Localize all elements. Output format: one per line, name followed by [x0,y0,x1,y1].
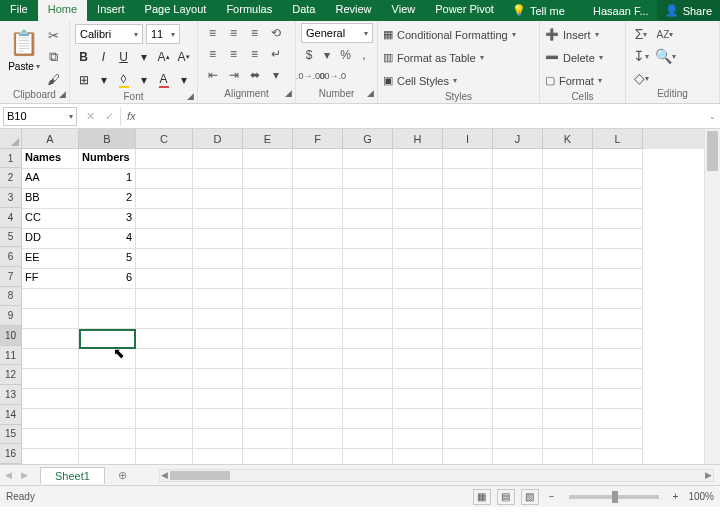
cell[interactable] [193,449,243,464]
cell[interactable] [593,269,643,289]
cell[interactable] [193,169,243,189]
cell[interactable] [493,169,543,189]
column-header[interactable]: A [22,129,79,149]
cell[interactable] [593,229,643,249]
cell[interactable] [443,409,493,429]
font-name-dropdown[interactable]: Calibri▾ [75,24,143,44]
cell[interactable] [343,249,393,269]
prev-sheet-button[interactable]: ◀ [0,470,16,480]
cell[interactable] [393,349,443,369]
row-header[interactable]: 6 [0,247,22,267]
format-as-table-button[interactable]: ▥ Format as Table ▾ [383,47,516,68]
cell[interactable] [543,349,593,369]
cell[interactable] [543,229,593,249]
vertical-scrollbar[interactable] [704,129,720,464]
cell[interactable] [343,429,393,449]
cell[interactable] [22,449,79,464]
cell[interactable] [293,389,343,409]
fill-color-menu[interactable]: ▾ [135,71,152,89]
insert-cells-button[interactable]: ➕Insert▾ [545,24,603,45]
italic-button[interactable]: I [95,48,112,66]
cell[interactable] [393,309,443,329]
cell[interactable] [593,369,643,389]
cell[interactable] [543,409,593,429]
cell[interactable] [493,289,543,309]
cell[interactable]: 2 [79,189,136,209]
cell[interactable]: DD [22,229,79,249]
cell[interactable] [493,349,543,369]
cell[interactable] [443,249,493,269]
cell[interactable] [493,269,543,289]
cell[interactable] [393,269,443,289]
cell[interactable]: EE [22,249,79,269]
cell[interactable] [243,189,293,209]
cell[interactable] [193,149,243,169]
cell[interactable] [293,449,343,464]
cell[interactable] [593,329,643,349]
cell[interactable] [22,389,79,409]
cell[interactable] [79,329,136,349]
cell[interactable] [193,229,243,249]
cell-styles-button[interactable]: ▣ Cell Styles ▾ [383,70,516,91]
align-left-button[interactable]: ≡ [203,44,222,63]
cell[interactable] [293,409,343,429]
merge-center-button[interactable]: ⬌ [245,65,264,84]
row-header[interactable]: 14 [0,405,22,425]
row-header[interactable]: 11 [0,346,22,366]
fx-icon[interactable]: fx [121,110,142,122]
cell[interactable] [293,189,343,209]
row-header[interactable]: 9 [0,306,22,326]
user-name[interactable]: Hasaan F... [585,0,657,21]
cell[interactable] [443,309,493,329]
cell[interactable] [343,329,393,349]
cell[interactable] [243,449,293,464]
tab-file[interactable]: File [0,0,38,21]
cell[interactable] [543,249,593,269]
fill-button[interactable]: ↧▾ [631,46,651,66]
new-sheet-button[interactable]: ⊕ [113,465,133,485]
cell[interactable] [79,449,136,464]
cell[interactable] [443,149,493,169]
cell[interactable] [22,289,79,309]
cell[interactable] [493,329,543,349]
cell[interactable] [293,369,343,389]
cell[interactable] [136,409,193,429]
decrease-indent-button[interactable]: ⇤ [203,65,222,84]
accept-formula-icon[interactable]: ✓ [105,110,114,123]
cell[interactable] [243,389,293,409]
cell[interactable] [243,329,293,349]
cell[interactable] [493,429,543,449]
row-header[interactable]: 15 [0,425,22,445]
cell[interactable] [136,449,193,464]
launcher-icon[interactable]: ◢ [187,91,194,101]
increase-font-button[interactable]: A▴ [155,48,172,66]
cell[interactable]: 5 [79,249,136,269]
cell[interactable]: 1 [79,169,136,189]
cell[interactable] [22,329,79,349]
cell[interactable] [593,149,643,169]
cell[interactable] [443,329,493,349]
cell[interactable] [193,329,243,349]
name-box[interactable]: B10 ▾ [3,107,77,126]
cell[interactable] [593,409,643,429]
cell[interactable] [343,149,393,169]
cell[interactable] [343,409,393,429]
cell[interactable] [136,149,193,169]
launcher-icon[interactable]: ◢ [367,88,374,98]
cell[interactable] [443,209,493,229]
cell[interactable] [493,449,543,464]
column-header[interactable]: L [593,129,643,149]
cell[interactable] [493,149,543,169]
cell[interactable] [293,209,343,229]
cell[interactable] [79,369,136,389]
column-header[interactable]: I [443,129,493,149]
cell[interactable] [493,249,543,269]
format-painter-button[interactable]: 🖌 [43,69,63,89]
cell[interactable] [443,269,493,289]
normal-view-button[interactable]: ▦ [473,489,491,505]
delete-cells-button[interactable]: ➖Delete▾ [545,47,603,68]
cell[interactable] [343,449,393,464]
cell[interactable] [343,369,393,389]
column-header[interactable]: B [79,129,136,149]
cell[interactable] [136,269,193,289]
